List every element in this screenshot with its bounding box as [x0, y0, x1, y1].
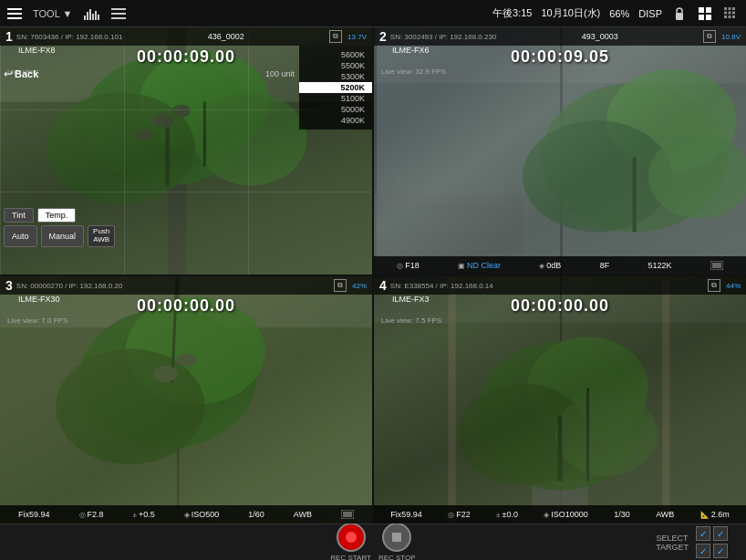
cam3-shutter: 1/60	[248, 510, 264, 519]
svg-rect-11	[724, 11, 727, 14]
svg-rect-0	[111, 8, 126, 10]
cam1-header-left: 1 SN: 7603436 / IP: 192.168.0.101	[5, 29, 122, 44]
cam1-file: 436_0002	[208, 32, 244, 41]
hamburger-icon[interactable]	[7, 8, 22, 19]
checkbox-cam2[interactable]	[713, 526, 728, 541]
cam3-battery: 42%	[352, 282, 367, 290]
cam4-copy-icon[interactable]: ⧉	[708, 279, 720, 292]
cam4-timecode: 00:00:00.00	[511, 296, 609, 316]
cam3-copy-icon[interactable]: ⧉	[334, 279, 347, 292]
svg-rect-40	[392, 167, 503, 204]
select-target-label: SELECTTARGET	[656, 534, 689, 552]
awb-5500k[interactable]: 5500K	[299, 60, 372, 71]
cam2-settings-icon	[710, 261, 723, 270]
camera-cell-2[interactable]: 2 SN: 3002493 / IP: 192.168.0.230 493_00…	[374, 27, 746, 275]
cam3-footer: Fix59.94 ◎ F2.8 ± +0.5 ◈ ISO500 1/60 AWB	[0, 505, 372, 524]
tint-button[interactable]: Tint	[4, 208, 34, 223]
rec-stop-label: REC STOP	[378, 554, 416, 560]
cam2-nd-item: ▣ ND Clear	[458, 261, 501, 270]
cam2-icon-item	[710, 261, 723, 270]
cam4-distance: 2.6m	[711, 510, 730, 519]
rec-start-button[interactable]	[337, 523, 366, 552]
cam3-wb-item: AWB	[294, 510, 312, 519]
svg-rect-53	[343, 512, 352, 517]
cam2-nd: ND Clear	[467, 261, 501, 270]
cam1-number: 1	[5, 29, 13, 44]
camera-cell-1[interactable]: 1 SN: 7603436 / IP: 192.168.0.101 436_00…	[0, 27, 372, 275]
svg-point-37	[648, 134, 746, 218]
svg-point-51	[176, 354, 196, 367]
waveform-icon[interactable]	[83, 5, 99, 22]
cam4-aperture: F22	[456, 510, 471, 519]
cam1-header-right: ⧉ 13.7V	[329, 30, 367, 43]
gain-icon: ◈	[539, 262, 544, 270]
svg-rect-14	[724, 16, 727, 18]
cam4-header-left: 4 SN: E338554 / IP: 192.168.0.14	[379, 278, 493, 293]
back-arrow-icon: ↩	[4, 67, 13, 80]
cam1-timecode: 00:00:09.00	[137, 47, 235, 67]
svg-rect-16	[732, 16, 735, 18]
cam4-distance-item: 📐 2.6m	[700, 510, 730, 519]
cam4-ev: ±0.0	[502, 510, 517, 519]
camera-cell-4[interactable]: 4 SN: E338554 / IP: 192.168.0.14 ⧉ 44% I…	[374, 276, 746, 524]
cam2-copy-icon[interactable]: ⧉	[703, 30, 716, 43]
cam1-back-button[interactable]: ↩ Back	[4, 67, 38, 80]
awb-5200k-selected[interactable]: 5200K	[299, 82, 372, 93]
cam4-iso-icon: ◈	[544, 511, 549, 519]
cam4-fps-fix: Fix59.94	[390, 510, 422, 519]
cam4-header-right: ⧉ 44%	[708, 279, 741, 292]
cam2-gain: 0dB	[546, 261, 561, 270]
lock-icon[interactable]	[671, 5, 688, 22]
cam4-aperture-item: ◎ F22	[448, 510, 471, 519]
list-icon[interactable]	[110, 5, 127, 22]
cam2-aperture-item: ◎ F18	[397, 261, 420, 270]
cam2-wb-item: 5122K	[648, 261, 671, 270]
rec-stop-button[interactable]	[382, 523, 411, 552]
awb-4900k[interactable]: 4900K	[299, 115, 372, 126]
cam1-battery: 13.7V	[347, 33, 367, 41]
awb-5300k[interactable]: 5300K	[299, 71, 372, 82]
awb-5600k[interactable]: 5600K	[299, 49, 372, 60]
awb-5000k[interactable]: 5000K	[299, 104, 372, 115]
cam4-iso-item: ◈ ISO10000	[544, 510, 588, 519]
battery-level: 66%	[609, 8, 629, 19]
manual-button[interactable]: Manual	[41, 225, 85, 247]
push-awb-button[interactable]: PushAWB	[88, 225, 115, 247]
tool-label: TOOL ▼	[33, 8, 72, 19]
svg-rect-6	[699, 15, 704, 20]
cam4-header: 4 SN: E338554 / IP: 192.168.0.14 ⧉ 44%	[374, 276, 746, 295]
cam3-aperture: F2.8	[88, 510, 104, 519]
cam3-ev-icon: ±	[133, 511, 137, 519]
target-checkboxes	[696, 526, 728, 558]
auto-button[interactable]: Auto	[4, 225, 37, 247]
svg-rect-4	[699, 7, 704, 13]
cam1-awb-panel: 5600K 5500K 5300K 5200K 5100K 5000K 4900…	[299, 46, 372, 130]
cam4-ev-icon: ±	[496, 511, 500, 519]
cam2-fps: 32.9 FPS	[415, 67, 445, 76]
cam3-ev-item: ± +0.5	[133, 510, 155, 519]
checkbox-cam3[interactable]	[696, 544, 710, 558]
awb-5100k[interactable]: 5100K	[299, 93, 372, 104]
cam4-number: 4	[379, 278, 387, 293]
grid4-icon[interactable]	[697, 5, 713, 22]
cam1-unit-label: 100 unit	[265, 69, 295, 78]
svg-rect-65	[662, 276, 669, 524]
cam2-gain-item: ◈ 0dB	[539, 261, 561, 270]
checkbox-cam1[interactable]	[696, 526, 710, 541]
grid9-icon[interactable]	[722, 5, 739, 22]
cam4-shutter: 1/30	[614, 510, 630, 519]
svg-rect-5	[706, 7, 711, 13]
cam4-ev-item: ± ±0.0	[496, 510, 518, 519]
cam4-dist-icon: 📐	[700, 511, 710, 519]
checkbox-cam4[interactable]	[713, 544, 728, 558]
cam2-header-left: 2 SN: 3002493 / IP: 192.168.0.230	[379, 29, 496, 44]
cam1-copy-icon[interactable]: ⧉	[329, 30, 342, 43]
camera-cell-3[interactable]: 3 SN: 00000270 / IP: 192.168.0.20 ⧉ 42% …	[0, 276, 372, 524]
disp-button[interactable]: DISP	[638, 8, 662, 19]
tool-button[interactable]: TOOL ▼	[33, 8, 72, 19]
cam3-aperture-icon: ◎	[79, 511, 86, 519]
temp-button[interactable]: Temp.	[37, 208, 77, 223]
cam3-header-right: ⧉ 42%	[334, 279, 367, 292]
cam4-fps: 7.5 FPS	[415, 316, 441, 325]
cam1-tint-temp-row: Tint Temp.	[4, 208, 115, 223]
